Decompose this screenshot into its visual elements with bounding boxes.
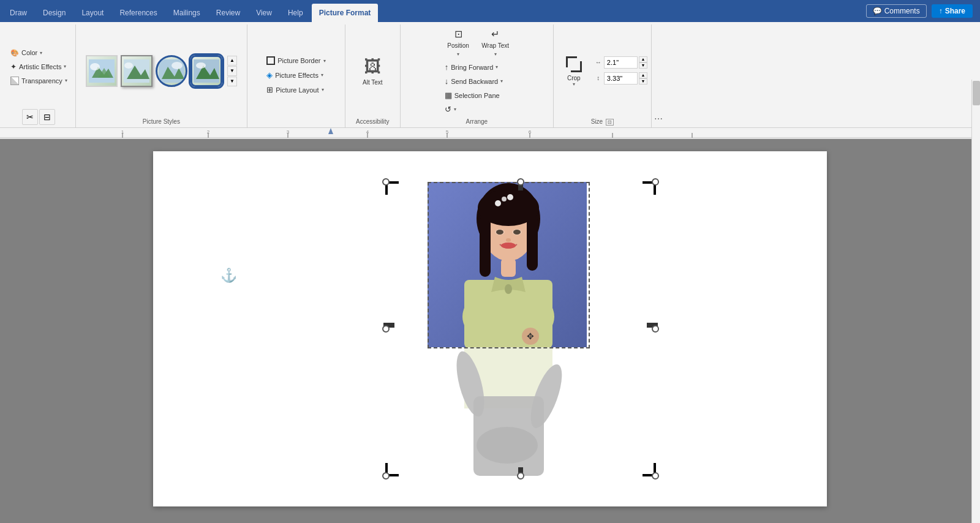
anchor-icon: ⚓ bbox=[221, 268, 237, 284]
picture-style-1[interactable] bbox=[86, 55, 118, 87]
svg-point-3 bbox=[90, 63, 100, 70]
remove-bg-button[interactable]: ✂ bbox=[22, 109, 38, 125]
sel-handle-mr[interactable] bbox=[652, 325, 659, 333]
width-input[interactable] bbox=[604, 56, 638, 69]
send-backward-button[interactable]: ↓ Send Backward ▾ bbox=[440, 75, 513, 88]
artistic-icon: ✦ bbox=[10, 62, 17, 71]
v-scrollbar[interactable] bbox=[971, 80, 980, 523]
tab-draw[interactable]: Draw bbox=[2, 4, 34, 22]
svg-point-54 bbox=[477, 427, 538, 464]
tab-view[interactable]: View bbox=[249, 4, 279, 22]
crop-button[interactable]: Crop ▾ bbox=[557, 52, 590, 90]
selection-pane-icon: ▦ bbox=[445, 91, 452, 100]
tab-design[interactable]: Design bbox=[36, 4, 73, 22]
svg-marker-28 bbox=[328, 128, 333, 134]
v-scrollbar-thumb[interactable] bbox=[973, 81, 980, 105]
tab-help[interactable]: Help bbox=[281, 4, 311, 22]
svg-text:3: 3 bbox=[287, 129, 290, 135]
bring-forward-button[interactable]: ↑ Bring Forward ▾ bbox=[440, 61, 513, 73]
photo-ghost bbox=[428, 347, 587, 476]
color-dropdown-arrow: ▾ bbox=[40, 50, 42, 56]
sel-handle-tr[interactable] bbox=[652, 178, 659, 186]
picture-style-4[interactable] bbox=[190, 55, 222, 87]
picture-border-button[interactable]: Picture Border ▾ bbox=[262, 55, 330, 67]
color-icon: 🎨 bbox=[10, 49, 19, 57]
height-input[interactable] bbox=[604, 72, 638, 85]
svg-point-9 bbox=[172, 62, 183, 69]
size-dialog-launcher[interactable]: ⊡ bbox=[606, 119, 614, 126]
bring-forward-icon: ↑ bbox=[445, 62, 449, 72]
height-icon: ↕ bbox=[594, 75, 603, 81]
photo-visible bbox=[428, 182, 587, 347]
svg-text:2: 2 bbox=[207, 129, 210, 135]
svg-point-6 bbox=[124, 62, 133, 69]
alt-text-label: Alt Text bbox=[363, 79, 383, 86]
tab-picture-format[interactable]: Picture Format bbox=[312, 4, 379, 22]
svg-rect-33 bbox=[480, 216, 491, 277]
comments-button[interactable]: 💬 Comments bbox=[866, 4, 927, 18]
sel-handle-ml[interactable] bbox=[382, 325, 390, 333]
move-cursor[interactable]: ✥ bbox=[522, 328, 539, 345]
svg-point-42 bbox=[512, 229, 522, 235]
sel-handle-bc[interactable] bbox=[517, 472, 524, 480]
svg-point-41 bbox=[495, 229, 505, 235]
color-button[interactable]: 🎨 Color ▾ bbox=[6, 47, 72, 59]
svg-rect-45 bbox=[501, 258, 516, 277]
picture-layout-button[interactable]: ⊞ Picture Layout ▾ bbox=[262, 83, 330, 96]
svg-text:6: 6 bbox=[529, 129, 532, 135]
selection-pane-button[interactable]: ▦ Selection Pane bbox=[440, 89, 513, 102]
compress-button[interactable]: ⊟ bbox=[39, 109, 55, 125]
canvas-area: ⚓ bbox=[0, 139, 980, 523]
share-button[interactable]: ↑ Share bbox=[932, 4, 973, 18]
svg-rect-0 bbox=[89, 59, 115, 83]
sel-handle-tl[interactable] bbox=[382, 178, 390, 186]
height-increment[interactable]: ▲ bbox=[639, 72, 647, 78]
picture-border-icon bbox=[266, 56, 275, 65]
tab-review[interactable]: Review bbox=[209, 4, 247, 22]
svg-point-48 bbox=[505, 284, 512, 294]
document-page: ⚓ bbox=[153, 151, 827, 506]
send-backward-icon: ↓ bbox=[445, 77, 449, 86]
sel-handle-br[interactable] bbox=[652, 472, 659, 480]
height-decrement[interactable]: ▼ bbox=[639, 78, 647, 85]
ribbon-expand-arrow[interactable]: ⋯ bbox=[654, 114, 663, 124]
position-button[interactable]: ⊡ Position ▾ bbox=[440, 26, 477, 59]
styles-scroll-more[interactable]: ▼ bbox=[227, 77, 237, 86]
svg-point-38 bbox=[507, 194, 513, 200]
svg-point-37 bbox=[502, 197, 507, 201]
transparency-button[interactable]: Transparency ▾ bbox=[6, 75, 72, 87]
styles-scroll-down[interactable]: ▼ bbox=[227, 66, 237, 76]
width-decrement[interactable]: ▼ bbox=[639, 62, 647, 69]
tab-references[interactable]: References bbox=[112, 4, 164, 22]
ruler: 1 2 3 4 5 6 bbox=[0, 128, 980, 139]
svg-text:4: 4 bbox=[366, 129, 369, 135]
width-input-row: ↔ ▲ ▼ bbox=[594, 56, 647, 69]
position-icon: ⊡ bbox=[454, 28, 462, 40]
picture-effects-button[interactable]: ◈ Picture Effects ▾ bbox=[262, 69, 330, 81]
sel-handle-bl[interactable] bbox=[382, 472, 390, 480]
sel-handle-tc[interactable] bbox=[517, 178, 524, 186]
styles-scroll-up[interactable]: ▲ bbox=[227, 56, 237, 66]
wrap-text-button[interactable]: ↵ Wrap Text ▾ bbox=[477, 26, 513, 59]
picture-border-arrow: ▾ bbox=[323, 58, 326, 64]
picture-layout-icon: ⊞ bbox=[266, 85, 273, 94]
artistic-effects-button[interactable]: ✦ Artistic Effects ▾ bbox=[6, 61, 72, 73]
rotate-icon: ↺ bbox=[445, 105, 451, 114]
svg-text:5: 5 bbox=[446, 129, 449, 135]
picture-style-2[interactable] bbox=[121, 55, 153, 87]
picture-layout-arrow: ▾ bbox=[322, 87, 324, 92]
accessibility-label: Accessibility bbox=[356, 116, 389, 125]
svg-point-44 bbox=[506, 238, 511, 242]
width-icon: ↔ bbox=[594, 59, 603, 66]
svg-point-12 bbox=[196, 62, 206, 69]
image-container[interactable]: ✥ bbox=[386, 182, 655, 476]
width-increment[interactable]: ▲ bbox=[639, 56, 647, 62]
svg-point-43 bbox=[501, 243, 516, 249]
comments-icon: 💬 bbox=[873, 7, 882, 15]
alt-text-icon: 🖼 bbox=[364, 56, 381, 77]
crop-label: Crop bbox=[567, 75, 581, 81]
tab-layout[interactable]: Layout bbox=[74, 4, 111, 22]
rotate-button[interactable]: ↺ ▾ bbox=[440, 103, 477, 116]
tab-mailings[interactable]: Mailings bbox=[166, 4, 208, 22]
picture-style-3[interactable] bbox=[156, 55, 187, 87]
